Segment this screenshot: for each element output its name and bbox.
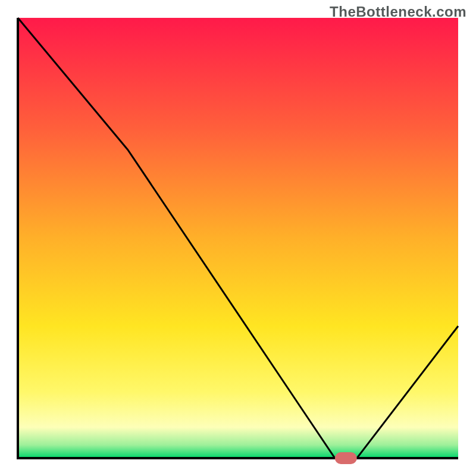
- watermark-text: TheBottleneck.com: [330, 4, 466, 20]
- chart-container: TheBottleneck.com: [0, 0, 476, 476]
- plot-background: [18, 18, 458, 458]
- chart-svg: [0, 0, 476, 476]
- optimal-marker: [335, 452, 357, 464]
